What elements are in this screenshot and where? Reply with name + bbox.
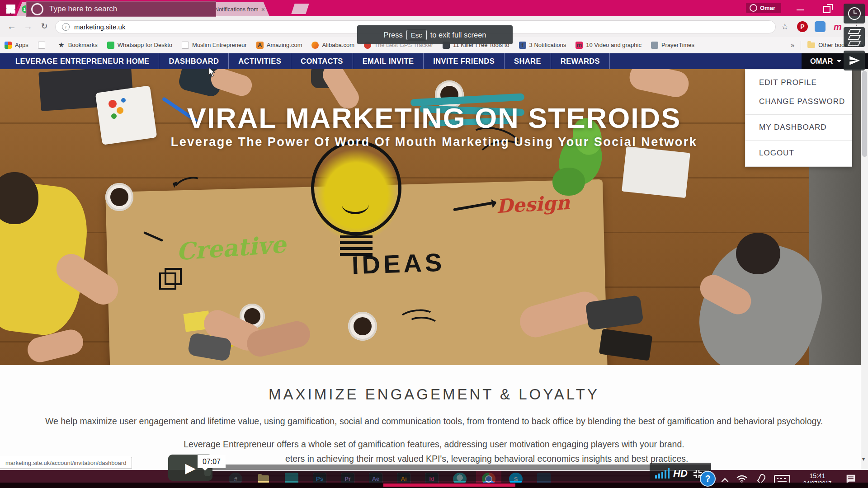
nav-contacts[interactable]: CONTACTS (291, 53, 353, 69)
bookmark-star-icon[interactable] (778, 20, 791, 33)
pinterest-extension-icon[interactable] (797, 21, 808, 32)
doodle-design: Design (496, 192, 571, 217)
reload-button[interactable] (38, 20, 51, 33)
bookmark-whatsapp[interactable]: Whatsapp for Deskto (107, 42, 172, 49)
coffee-cup (348, 312, 377, 341)
folder-icon (807, 42, 815, 48)
seek-time-tooltip: 07:07 (198, 455, 226, 468)
apps-grid-icon (5, 42, 12, 49)
whatsapp-icon (107, 42, 114, 49)
coffee-cup (105, 183, 133, 211)
site-navbar: LEVERAGE ENTREPRENEUR HOME DASHBOARD ACT… (0, 53, 868, 69)
lightbulb-filament (342, 195, 369, 214)
recorder-send-button[interactable] (844, 51, 865, 70)
clock-time: 15:41 (797, 472, 838, 479)
bookmark-bookmarks[interactable]: Bookmarks (58, 42, 98, 49)
player-control-strip (206, 465, 711, 481)
section-paragraph-2: Leverage Entrepreneur offers a whole set… (27, 438, 841, 451)
browser-profile-chip[interactable]: Omar (746, 3, 781, 13)
photo-person-right-head (736, 233, 780, 274)
cortana-icon (31, 3, 43, 15)
player-secondary-track (206, 476, 709, 476)
player-seek-track[interactable] (206, 470, 709, 471)
amazing-icon (256, 42, 264, 49)
recorder-layers-button[interactable] (844, 27, 865, 47)
doodle-ideas: IDEAS (351, 247, 445, 280)
alibaba-icon (311, 42, 319, 49)
menu-divider (745, 140, 852, 141)
page-icon (182, 42, 189, 49)
section-paragraph-3: eters in achieving their most valued KPI… (285, 454, 688, 464)
bookmark-page[interactable] (38, 42, 48, 49)
menu-divider (745, 114, 852, 115)
bookmark-amazing[interactable]: Amazing.com (256, 42, 302, 49)
mouse-cursor (207, 67, 217, 78)
hd-badge[interactable]: HD (673, 468, 688, 479)
section-heading: MAXIMIZE ENGAGEMENT & LOYALTY (0, 386, 868, 403)
profile-avatar-icon (750, 4, 757, 12)
menu-item-my-dashboard[interactable]: MY DASHBOARD (745, 118, 852, 137)
clock-icon (848, 7, 861, 20)
page-section: MAXIMIZE ENGAGEMENT & LOYALTY We help ma… (0, 365, 868, 470)
facebook-icon: f (519, 42, 526, 49)
prayertimes-icon (651, 42, 658, 49)
video-site-icon (576, 42, 583, 49)
window-minimize-button[interactable] (797, 9, 804, 10)
menu-item-logout[interactable]: LOGOUT (745, 144, 852, 163)
fullscreen-toggle-icon[interactable] (692, 469, 703, 479)
video-progress-red (383, 483, 515, 487)
bookmark-facebook-notifications[interactable]: f 3 Notifications (519, 42, 566, 49)
bookmark-prayertimes[interactable]: PrayerTimes (651, 42, 694, 49)
back-button[interactable] (5, 20, 18, 33)
screen: 16 (15) WhatsApp marketing.site.uk - Vir… (0, 0, 868, 488)
bookmark-muslim-entrepreneur[interactable]: Muslim Entrepreneur (182, 42, 247, 49)
new-tab-button[interactable] (291, 4, 309, 14)
fullscreen-toast: Press Esc to exit full screen (357, 25, 513, 44)
hero-title: VIRAL MARKETING ON STEROIDS (0, 102, 868, 134)
nav-share[interactable]: SHARE (505, 53, 551, 69)
layers-icon (848, 29, 861, 34)
close-icon[interactable] (261, 6, 265, 13)
hero-subtitle: Leverage The Power Of Word Of Mouth Mark… (0, 135, 868, 149)
bookmark-video-graphic[interactable]: 10 Video and graphic (576, 42, 642, 49)
bookmarks-divider (801, 41, 801, 50)
esc-key: Esc (406, 30, 427, 40)
doodle-cube (165, 268, 182, 285)
nav-invite-friends[interactable]: INVITE FRIENDS (424, 53, 505, 69)
nav-rewards[interactable]: REWARDS (551, 53, 610, 69)
page-info-icon[interactable] (62, 23, 70, 31)
user-dropdown-menu: EDIT PROFILE CHANGE PASSWORD MY DASHBOAR… (745, 69, 852, 167)
bookmark-alibaba[interactable]: Alibaba.com (311, 42, 354, 49)
nav-activities[interactable]: ACTIVITIES (229, 53, 291, 69)
nav-dashboard[interactable]: DASHBOARD (159, 53, 229, 69)
scroll-down-icon[interactable] (862, 456, 865, 462)
profile-name: Omar (760, 5, 775, 11)
menu-item-edit-profile[interactable]: EDIT PROFILE (745, 73, 852, 92)
menu-item-change-password[interactable]: CHANGE PASSWORD (745, 92, 852, 111)
taskbar-search[interactable]: Type here to search (26, 1, 216, 17)
hero-image: Creative IDEAS Design VIRAL MARKETING ON… (0, 69, 868, 365)
status-bar-url: marketing.site.uk/account/invitation/das… (0, 457, 132, 469)
search-placeholder: Type here to search (49, 5, 117, 14)
page-icon (38, 42, 45, 49)
blue-extension-icon[interactable] (815, 21, 826, 32)
url-text: marketing.site.uk (74, 23, 125, 31)
nav-email-invite[interactable]: EMAIL INVITE (353, 53, 424, 69)
m-extension-icon[interactable] (832, 21, 843, 32)
quality-bars-icon[interactable] (655, 468, 670, 479)
recorder-clock-button[interactable] (844, 4, 865, 23)
photo-white-card (622, 146, 690, 198)
taskbar-bottom-strip (0, 483, 868, 488)
forward-button[interactable] (22, 20, 34, 33)
send-icon (849, 55, 860, 66)
play-icon (185, 460, 195, 476)
lightbulb-outline (311, 141, 401, 235)
chevron-down-icon (837, 60, 841, 65)
bookmarks-overflow-icon[interactable] (791, 41, 794, 49)
apps-shortcut[interactable]: Apps (5, 42, 28, 49)
star-icon (58, 42, 65, 49)
section-paragraph-1: We help maximize user engagement and lif… (27, 415, 841, 428)
nav-home[interactable]: LEVERAGE ENTREPRENEUR HOME (6, 53, 159, 69)
start-button[interactable] (6, 5, 15, 14)
window-restore-button[interactable] (823, 6, 830, 13)
